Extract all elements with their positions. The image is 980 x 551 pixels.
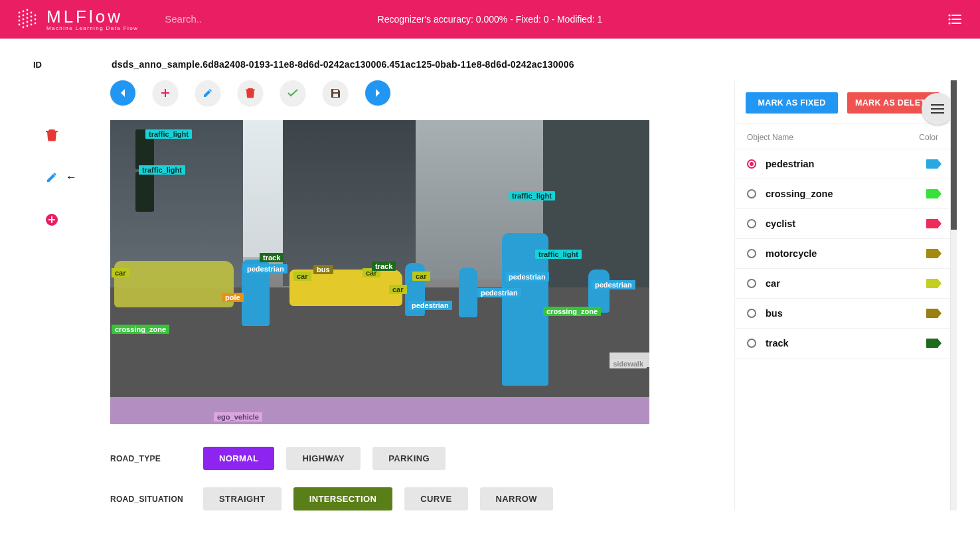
annotation-canvas[interactable]: traffic_light traffic_light traffic_ligh…	[110, 120, 649, 424]
tag-traffic-light[interactable]: traffic_light	[509, 191, 555, 200]
object-row-crossing_zone[interactable]: crossing_zone	[735, 179, 950, 209]
radio-icon[interactable]	[747, 249, 756, 258]
panel-header: Object Name Color	[735, 123, 950, 149]
color-swatch	[926, 279, 938, 288]
svg-point-3	[19, 24, 21, 26]
radio-icon[interactable]	[747, 339, 756, 348]
tag-traffic-light[interactable]: traffic_light	[145, 129, 192, 139]
road-type-row: ROAD_TYPE NORMAL HIGHWAY PARKING	[110, 447, 721, 470]
radio-icon[interactable]	[747, 219, 756, 228]
tag-crossing-zone[interactable]: crossing_zone	[543, 307, 601, 316]
tag-car[interactable]: car	[293, 272, 311, 281]
tag-traffic-light[interactable]: traffic_light	[535, 250, 582, 259]
road-situation-label: ROAD_SITUATION	[110, 495, 203, 504]
svg-point-5	[23, 15, 25, 17]
search-input[interactable]	[165, 13, 284, 25]
tag-crossing-zone[interactable]: crossing_zone	[112, 325, 169, 334]
svg-point-25	[948, 18, 950, 20]
radio-icon[interactable]	[747, 309, 756, 318]
svg-point-26	[948, 22, 950, 24]
object-row-motorcycle[interactable]: motorcycle	[735, 239, 950, 269]
side-toolbar	[33, 80, 70, 511]
svg-point-19	[35, 19, 37, 21]
panel-scrollbar[interactable]	[950, 80, 957, 511]
tag-car[interactable]: car	[112, 268, 129, 277]
svg-point-18	[35, 15, 37, 17]
svg-point-20	[35, 23, 37, 25]
object-name: car	[766, 278, 926, 289]
add-tool[interactable]	[42, 210, 61, 229]
tag-car[interactable]: car	[389, 285, 407, 294]
object-name: bus	[766, 308, 926, 319]
tag-traffic-light[interactable]: traffic_light	[139, 165, 185, 175]
road-type-normal[interactable]: NORMAL	[203, 447, 274, 470]
tag-pedestrian[interactable]: pedestrian	[477, 288, 521, 297]
object-row-track[interactable]: track	[735, 329, 950, 358]
prev-button[interactable]	[110, 80, 135, 106]
svg-point-0	[19, 12, 21, 14]
logo-icon	[16, 7, 40, 31]
scrollbar-thumb[interactable]	[951, 80, 957, 230]
tag-pedestrian[interactable]: pedestrian	[244, 264, 287, 274]
svg-point-6	[23, 19, 25, 21]
edit-tool[interactable]	[42, 168, 61, 187]
road-situation-intersection[interactable]: INTERSECTION	[293, 487, 393, 511]
svg-point-1	[19, 16, 21, 18]
tag-pole[interactable]: pole	[222, 293, 244, 302]
object-row-car[interactable]: car	[735, 269, 950, 299]
object-list: pedestriancrossing_zonecyclistmotorcycle…	[735, 149, 950, 358]
road-situation-straight[interactable]: STRAIGHT	[203, 487, 282, 511]
header-color: Color	[919, 133, 938, 142]
approve-button[interactable]	[280, 80, 305, 106]
tag-sidewalk[interactable]: sidewalk	[610, 359, 647, 368]
svg-point-10	[27, 13, 29, 15]
id-value: dsds_anno_sample.6d8a2408-0193-11e8-8d6d…	[112, 59, 574, 70]
add-button[interactable]	[153, 80, 178, 106]
road-type-highway[interactable]: HIGHWAY	[286, 447, 361, 470]
status-text: Recognizer's accuracy: 0.000% - Fixed: 0…	[378, 14, 603, 25]
road-type-parking[interactable]: PARKING	[372, 447, 446, 470]
brand-tagline: Machine Learning Data Flow	[46, 26, 138, 31]
object-row-pedestrian[interactable]: pedestrian	[735, 149, 950, 179]
road-situation-curve[interactable]: CURVE	[404, 487, 467, 511]
color-swatch	[926, 219, 938, 228]
radio-icon[interactable]	[747, 159, 756, 169]
next-button[interactable]	[365, 80, 390, 106]
radio-icon[interactable]	[747, 279, 756, 288]
tag-pedestrian[interactable]: pedestrian	[505, 272, 549, 281]
delete-button[interactable]	[238, 80, 263, 106]
header-object-name: Object Name	[747, 133, 919, 142]
color-swatch	[926, 339, 938, 348]
svg-point-14	[31, 12, 33, 14]
svg-point-15	[31, 16, 33, 18]
svg-point-11	[27, 17, 29, 19]
delete-tool[interactable]	[42, 125, 61, 144]
mark-fixed-button[interactable]: MARK AS FIXED	[746, 92, 838, 114]
color-swatch	[926, 189, 938, 198]
road-type-label: ROAD_TYPE	[110, 454, 203, 463]
svg-point-13	[27, 25, 29, 27]
brand-name: MLFlow	[46, 8, 138, 25]
tag-track[interactable]: track	[372, 262, 396, 271]
object-name: pedestrian	[766, 159, 926, 169]
object-row-cyclist[interactable]: cyclist	[735, 209, 950, 239]
list-toggle-icon[interactable]	[945, 11, 964, 27]
object-row-bus[interactable]: bus	[735, 299, 950, 329]
brand[interactable]: MLFlow Machine Learning Data Flow	[16, 7, 138, 31]
action-toolbar	[110, 80, 721, 106]
tag-car[interactable]: car	[412, 272, 430, 281]
color-swatch	[926, 159, 938, 169]
road-situation-narrow[interactable]: NARROW	[480, 487, 553, 511]
tag-bus[interactable]: bus	[313, 265, 333, 274]
object-name: crossing_zone	[766, 189, 926, 199]
search-wrap	[165, 13, 284, 25]
edit-button[interactable]	[195, 80, 220, 106]
tag-pedestrian[interactable]: pedestrian	[408, 301, 452, 310]
panel-toggle-button[interactable]	[922, 93, 953, 125]
tag-pedestrian[interactable]: pedestrian	[592, 280, 635, 289]
svg-point-2	[19, 20, 21, 22]
tag-track[interactable]: track	[260, 253, 284, 262]
radio-icon[interactable]	[747, 189, 756, 198]
tag-ego-vehicle[interactable]: ego_vehicle	[214, 412, 262, 422]
save-button[interactable]	[323, 80, 348, 106]
